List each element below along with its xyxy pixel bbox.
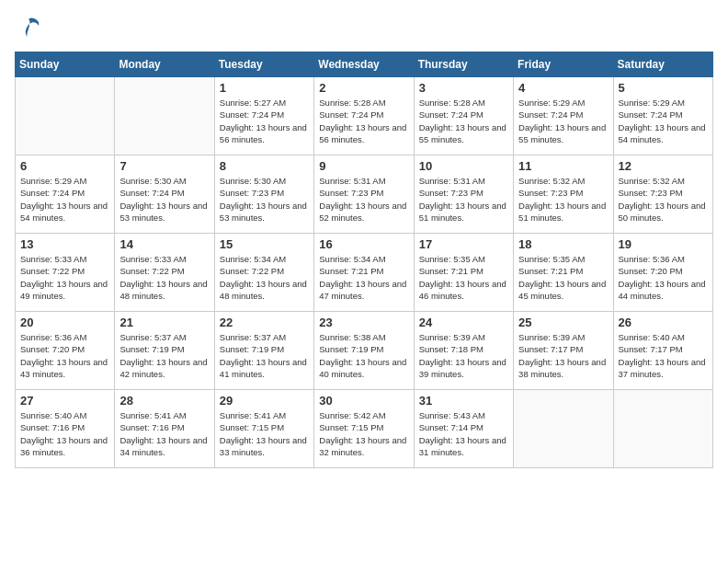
cell-info: Sunrise: 5:41 AM Sunset: 7:15 PM Dayligh… [220,409,309,458]
calendar-week-1: 1Sunrise: 5:27 AM Sunset: 7:24 PM Daylig… [16,77,713,155]
cell-info: Sunrise: 5:29 AM Sunset: 7:24 PM Dayligh… [619,97,708,145]
day-number: 18 [518,237,608,251]
day-number: 29 [220,394,309,408]
day-number: 12 [619,159,708,173]
day-number: 28 [119,394,209,408]
calendar-cell: 10Sunrise: 5:31 AM Sunset: 7:23 PM Dayli… [414,155,513,234]
day-number: 16 [319,237,408,251]
calendar-cell: 21Sunrise: 5:37 AM Sunset: 7:19 PM Dayli… [115,312,214,390]
calendar-cell: 24Sunrise: 5:39 AM Sunset: 7:18 PM Dayli… [414,312,513,390]
cell-info: Sunrise: 5:37 AM Sunset: 7:19 PM Dayligh… [119,331,209,380]
cell-info: Sunrise: 5:31 AM Sunset: 7:23 PM Dayligh… [319,175,408,224]
cell-info: Sunrise: 5:32 AM Sunset: 7:23 PM Dayligh… [518,175,608,224]
cell-info: Sunrise: 5:40 AM Sunset: 7:17 PM Dayligh… [619,331,708,380]
cell-info: Sunrise: 5:36 AM Sunset: 7:20 PM Dayligh… [20,331,109,380]
calendar-cell: 13Sunrise: 5:33 AM Sunset: 7:22 PM Dayli… [16,234,115,312]
calendar-week-2: 6Sunrise: 5:29 AM Sunset: 7:24 PM Daylig… [16,155,713,234]
calendar-week-5: 27Sunrise: 5:40 AM Sunset: 7:16 PM Dayli… [16,390,713,468]
cell-info: Sunrise: 5:29 AM Sunset: 7:24 PM Dayligh… [518,97,608,145]
cell-info: Sunrise: 5:29 AM Sunset: 7:24 PM Dayligh… [20,175,109,224]
calendar-cell [514,390,613,468]
cell-info: Sunrise: 5:27 AM Sunset: 7:24 PM Dayligh… [220,97,309,145]
day-number: 13 [20,237,109,251]
cell-info: Sunrise: 5:34 AM Sunset: 7:21 PM Dayligh… [319,253,408,302]
logo-bird-icon [17,15,42,40]
cell-info: Sunrise: 5:34 AM Sunset: 7:22 PM Dayligh… [220,253,309,302]
calendar-cell: 8Sunrise: 5:30 AM Sunset: 7:23 PM Daylig… [214,155,313,234]
calendar-cell: 6Sunrise: 5:29 AM Sunset: 7:24 PM Daylig… [16,155,115,234]
calendar-cell: 18Sunrise: 5:35 AM Sunset: 7:21 PM Dayli… [514,234,613,312]
cell-info: Sunrise: 5:28 AM Sunset: 7:24 PM Dayligh… [419,97,508,145]
calendar-cell: 31Sunrise: 5:43 AM Sunset: 7:14 PM Dayli… [414,390,513,468]
calendar-cell: 12Sunrise: 5:32 AM Sunset: 7:23 PM Dayli… [613,155,712,234]
day-number: 1 [220,81,309,95]
day-number: 21 [119,316,209,329]
day-number: 24 [419,316,508,329]
cell-info: Sunrise: 5:30 AM Sunset: 7:23 PM Dayligh… [220,175,309,224]
day-number: 9 [319,159,408,173]
day-number: 20 [20,316,109,329]
weekday-header-saturday: Saturday [613,52,712,77]
weekday-header-monday: Monday [115,52,214,77]
calendar-cell: 30Sunrise: 5:42 AM Sunset: 7:15 PM Dayli… [314,390,414,468]
calendar-cell: 15Sunrise: 5:34 AM Sunset: 7:22 PM Dayli… [214,234,313,312]
calendar-cell: 5Sunrise: 5:29 AM Sunset: 7:24 PM Daylig… [613,77,712,155]
logo [15,15,42,40]
weekday-header-tuesday: Tuesday [214,52,313,77]
calendar-cell: 1Sunrise: 5:27 AM Sunset: 7:24 PM Daylig… [214,77,313,155]
calendar-week-3: 13Sunrise: 5:33 AM Sunset: 7:22 PM Dayli… [16,234,713,312]
calendar-cell: 17Sunrise: 5:35 AM Sunset: 7:21 PM Dayli… [414,234,513,312]
weekday-header-row: SundayMondayTuesdayWednesdayThursdayFrid… [16,52,713,77]
calendar-cell: 28Sunrise: 5:41 AM Sunset: 7:16 PM Dayli… [115,390,214,468]
calendar-cell [115,77,214,155]
cell-info: Sunrise: 5:42 AM Sunset: 7:15 PM Dayligh… [319,409,408,458]
cell-info: Sunrise: 5:36 AM Sunset: 7:20 PM Dayligh… [619,253,708,302]
day-number: 23 [319,316,408,329]
cell-info: Sunrise: 5:43 AM Sunset: 7:14 PM Dayligh… [419,409,508,458]
day-number: 17 [419,237,508,251]
calendar-cell: 27Sunrise: 5:40 AM Sunset: 7:16 PM Dayli… [16,390,115,468]
day-number: 5 [619,81,708,95]
calendar-cell: 25Sunrise: 5:39 AM Sunset: 7:17 PM Dayli… [514,312,613,390]
day-number: 30 [319,394,408,408]
cell-info: Sunrise: 5:41 AM Sunset: 7:16 PM Dayligh… [119,409,209,458]
day-number: 15 [220,237,309,251]
calendar-cell: 9Sunrise: 5:31 AM Sunset: 7:23 PM Daylig… [314,155,414,234]
calendar-body: 1Sunrise: 5:27 AM Sunset: 7:24 PM Daylig… [16,77,713,468]
weekday-header-friday: Friday [514,52,613,77]
calendar-cell: 23Sunrise: 5:38 AM Sunset: 7:19 PM Dayli… [314,312,414,390]
calendar-cell: 3Sunrise: 5:28 AM Sunset: 7:24 PM Daylig… [414,77,513,155]
cell-info: Sunrise: 5:30 AM Sunset: 7:24 PM Dayligh… [119,175,209,224]
day-number: 11 [518,159,608,173]
calendar-cell: 19Sunrise: 5:36 AM Sunset: 7:20 PM Dayli… [613,234,712,312]
cell-info: Sunrise: 5:40 AM Sunset: 7:16 PM Dayligh… [20,409,109,458]
day-number: 22 [220,316,309,329]
cell-info: Sunrise: 5:39 AM Sunset: 7:18 PM Dayligh… [419,331,508,380]
cell-info: Sunrise: 5:35 AM Sunset: 7:21 PM Dayligh… [518,253,608,302]
calendar-cell: 11Sunrise: 5:32 AM Sunset: 7:23 PM Dayli… [514,155,613,234]
day-number: 19 [619,237,708,251]
calendar-cell: 22Sunrise: 5:37 AM Sunset: 7:19 PM Dayli… [214,312,313,390]
calendar-cell: 2Sunrise: 5:28 AM Sunset: 7:24 PM Daylig… [314,77,414,155]
cell-info: Sunrise: 5:38 AM Sunset: 7:19 PM Dayligh… [319,331,408,380]
calendar-cell: 20Sunrise: 5:36 AM Sunset: 7:20 PM Dayli… [16,312,115,390]
weekday-header-wednesday: Wednesday [314,52,414,77]
cell-info: Sunrise: 5:31 AM Sunset: 7:23 PM Dayligh… [419,175,508,224]
day-number: 7 [119,159,209,173]
day-number: 8 [220,159,309,173]
day-number: 26 [619,316,708,329]
calendar-cell: 16Sunrise: 5:34 AM Sunset: 7:21 PM Dayli… [314,234,414,312]
calendar-cell: 14Sunrise: 5:33 AM Sunset: 7:22 PM Dayli… [115,234,214,312]
calendar-table: SundayMondayTuesdayWednesdayThursdayFrid… [15,52,713,468]
cell-info: Sunrise: 5:28 AM Sunset: 7:24 PM Dayligh… [319,97,408,145]
day-number: 10 [419,159,508,173]
day-number: 27 [20,394,109,408]
cell-info: Sunrise: 5:37 AM Sunset: 7:19 PM Dayligh… [220,331,309,380]
cell-info: Sunrise: 5:33 AM Sunset: 7:22 PM Dayligh… [20,253,109,302]
calendar-cell: 29Sunrise: 5:41 AM Sunset: 7:15 PM Dayli… [214,390,313,468]
calendar-header: SundayMondayTuesdayWednesdayThursdayFrid… [16,52,713,77]
day-number: 4 [518,81,608,95]
cell-info: Sunrise: 5:32 AM Sunset: 7:23 PM Dayligh… [619,175,708,224]
calendar-cell [16,77,115,155]
day-number: 6 [20,159,109,173]
